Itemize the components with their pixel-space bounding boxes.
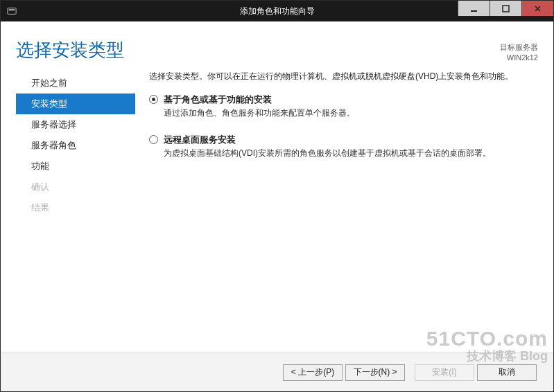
- nav-server-roles[interactable]: 服务器角色: [16, 135, 135, 156]
- option-role-based[interactable]: 基于角色或基于功能的安装 通过添加角色、角色服务和功能来配置单个服务器。: [149, 93, 538, 120]
- wizard-footer: < 上一步(P) 下一步(N) > 安装(I) 取消: [1, 353, 553, 391]
- svg-rect-1: [9, 9, 15, 10]
- next-button[interactable]: 下一步(N) >: [345, 364, 405, 381]
- page-title: 选择安装类型: [16, 38, 500, 62]
- install-button: 安装(I): [415, 364, 474, 381]
- cancel-button[interactable]: 取消: [477, 364, 537, 381]
- target-server-label: 目标服务器: [500, 42, 538, 53]
- option-rds-title: 远程桌面服务安装: [164, 134, 538, 147]
- maximize-button[interactable]: [490, 1, 521, 16]
- radio-rds[interactable]: [149, 135, 158, 144]
- svg-rect-3: [503, 6, 509, 12]
- nav-server-selection[interactable]: 服务器选择: [16, 114, 135, 135]
- option-role-based-title: 基于角色或基于功能的安装: [164, 93, 538, 107]
- nav-confirmation: 确认: [16, 177, 135, 197]
- window-controls: [458, 1, 553, 16]
- client-area: 选择安装类型 目标服务器 WIN2k12 开始之前 安装类型 服务器选择 服务器…: [1, 21, 553, 391]
- previous-button[interactable]: < 上一步(P): [283, 364, 343, 381]
- wizard-window: 添加角色和功能向导 选择安装类型 目标服务器 WIN2k12 开始之前: [0, 0, 554, 392]
- minimize-button[interactable]: [458, 1, 490, 16]
- option-rds-desc: 为虚拟桌面基础结构(VDI)安装所需的角色服务以创建基于虚拟机或基于会话的桌面部…: [164, 147, 538, 160]
- svg-rect-2: [471, 10, 477, 12]
- wizard-nav: 开始之前 安装类型 服务器选择 服务器角色 功能 确认 结果: [16, 70, 135, 353]
- radio-role-based[interactable]: [149, 95, 158, 104]
- nav-results: 结果: [16, 197, 135, 218]
- option-body: 基于角色或基于功能的安装 通过添加角色、角色服务和功能来配置单个服务器。: [164, 93, 538, 120]
- close-button[interactable]: [521, 1, 553, 16]
- header-row: 选择安装类型 目标服务器 WIN2k12: [1, 21, 553, 70]
- body-row: 开始之前 安装类型 服务器选择 服务器角色 功能 确认 结果 选择安装类型。你可…: [1, 70, 553, 353]
- target-server-info: 目标服务器 WIN2k12: [500, 38, 538, 63]
- target-server-name: WIN2k12: [500, 53, 538, 63]
- nav-features[interactable]: 功能: [16, 156, 135, 177]
- installation-type-intro: 选择安装类型。你可以在正在运行的物理计算机、虚拟机或脱机虚拟硬盘(VHD)上安装…: [149, 70, 538, 82]
- svg-rect-0: [8, 8, 16, 15]
- option-role-based-desc: 通过添加角色、角色服务和功能来配置单个服务器。: [164, 107, 538, 120]
- option-rds[interactable]: 远程桌面服务安装 为虚拟桌面基础结构(VDI)安装所需的角色服务以创建基于虚拟机…: [149, 134, 538, 160]
- option-body: 远程桌面服务安装 为虚拟桌面基础结构(VDI)安装所需的角色服务以创建基于虚拟机…: [164, 134, 538, 160]
- content-area: 选择安装类型。你可以在正在运行的物理计算机、虚拟机或脱机虚拟硬盘(VHD)上安装…: [135, 70, 538, 353]
- nav-before-you-begin[interactable]: 开始之前: [16, 73, 135, 93]
- app-icon: [6, 6, 17, 17]
- nav-installation-type[interactable]: 安装类型: [16, 93, 135, 114]
- titlebar[interactable]: 添加角色和功能向导: [1, 1, 553, 21]
